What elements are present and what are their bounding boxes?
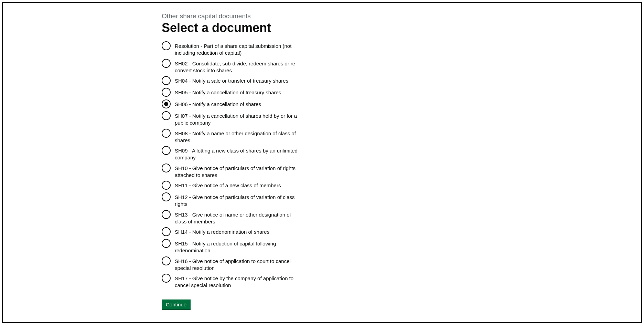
page-frame: Other share capital documents Select a d… [2,2,642,323]
radio-item[interactable]: SH02 - Consolidate, sub-divide, redeem s… [162,59,389,74]
radio-input[interactable] [162,164,171,172]
radio-item[interactable]: Resolution - Part of a share capital sub… [162,41,389,57]
radio-input[interactable] [162,192,171,201]
radio-label: SH14 - Notify a redenomination of shares [175,227,269,235]
page-heading: Select a document [162,21,389,35]
radio-item[interactable]: SH15 - Notify a reduction of capital fol… [162,239,389,254]
radio-input[interactable] [162,59,171,68]
radio-label: SH09 - Allotting a new class of shares b… [175,146,299,161]
radio-label: SH04 - Notify a sale or transfer of trea… [175,76,288,84]
radio-input[interactable] [162,99,171,108]
radio-item[interactable]: SH04 - Notify a sale or transfer of trea… [162,76,389,86]
form-content: Other share capital documents Select a d… [162,12,389,309]
radio-label: SH17 - Give notice by the company of app… [175,274,299,289]
radio-input[interactable] [162,239,171,248]
radio-item[interactable]: SH06 - Notify a cancellation of shares [162,99,389,109]
radio-label: SH12 - Give notice of particulars of var… [175,192,299,208]
radio-label: SH13 - Give notice of name or other desi… [175,210,299,225]
continue-button[interactable]: Continue [162,299,191,309]
radio-label: SH08 - Notify a name or other designatio… [175,129,299,144]
radio-input[interactable] [162,129,171,138]
radio-item[interactable]: SH14 - Notify a redenomination of shares [162,227,389,237]
radio-input[interactable] [162,181,171,190]
radio-item[interactable]: SH05 - Notify a cancellation of treasury… [162,88,389,97]
radio-item[interactable]: SH07 - Notify a cancellation of shares h… [162,111,389,127]
radio-item[interactable]: SH13 - Give notice of name or other desi… [162,210,389,225]
radio-label: Resolution - Part of a share capital sub… [175,41,299,57]
radio-input[interactable] [162,227,171,236]
radio-input[interactable] [162,146,171,155]
radio-label: SH16 - Give notice of application to cou… [175,256,299,272]
radio-item[interactable]: SH17 - Give notice by the company of app… [162,274,389,289]
radio-input[interactable] [162,111,171,120]
radio-label: SH02 - Consolidate, sub-divide, redeem s… [175,59,299,74]
radio-label: SH11 - Give notice of a new class of mem… [175,181,281,189]
radio-label: SH05 - Notify a cancellation of treasury… [175,88,281,96]
radio-item[interactable]: SH11 - Give notice of a new class of mem… [162,181,389,190]
radio-label: SH06 - Notify a cancellation of shares [175,99,261,108]
radio-input[interactable] [162,256,171,265]
radio-input[interactable] [162,88,171,97]
radio-item[interactable]: SH09 - Allotting a new class of shares b… [162,146,389,161]
radio-input[interactable] [162,76,171,85]
radio-input[interactable] [162,41,171,50]
radio-label: SH10 - Give notice of particulars of var… [175,164,299,179]
radio-input[interactable] [162,274,171,283]
radio-label: SH15 - Notify a reduction of capital fol… [175,239,299,254]
radio-item[interactable]: SH10 - Give notice of particulars of var… [162,164,389,179]
radio-label: SH07 - Notify a cancellation of shares h… [175,111,299,127]
radio-item[interactable]: SH16 - Give notice of application to cou… [162,256,389,272]
radio-group: Resolution - Part of a share capital sub… [162,41,389,289]
radio-item[interactable]: SH12 - Give notice of particulars of var… [162,192,389,208]
radio-input[interactable] [162,210,171,219]
radio-item[interactable]: SH08 - Notify a name or other designatio… [162,129,389,144]
page-caption: Other share capital documents [162,12,389,20]
